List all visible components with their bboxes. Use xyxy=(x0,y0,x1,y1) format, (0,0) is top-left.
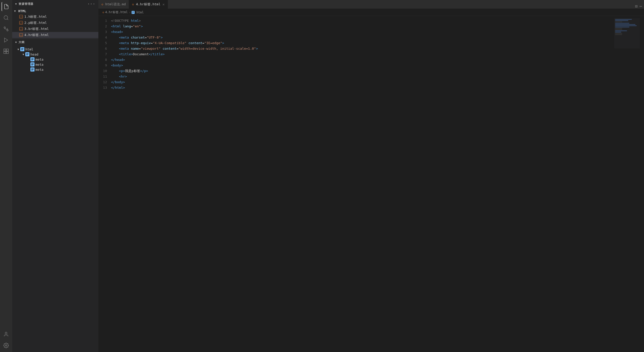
breadcrumb-symbol-icon xyxy=(132,11,135,14)
editor-scrollbar[interactable] xyxy=(641,16,644,352)
outline-item-meta1[interactable]: meta xyxy=(12,57,98,62)
more-actions-icon[interactable]: ⋯ xyxy=(639,4,642,9)
html-folder: ▼ HTML </> 1.h标签.html </> 2.p标签.html </>… xyxy=(12,8,98,39)
no-chevron xyxy=(26,67,30,72)
breadcrumb: ◇ 4.hr标签.html › html xyxy=(98,9,644,16)
svg-point-2 xyxy=(7,30,8,31)
explorer-title: 资源管理器 xyxy=(19,2,33,6)
chevron-down-icon: ▼ xyxy=(16,47,20,51)
line-content-12: </body> xyxy=(111,80,613,85)
code-line-4: 4 <meta charset="UTF-8"> xyxy=(98,35,613,40)
file-name-4: 4.hr标签.html xyxy=(24,33,49,37)
breadcrumb-symbol[interactable]: html xyxy=(132,11,144,14)
outline-node-icon-meta2 xyxy=(30,62,34,66)
breadcrumb-separator: › xyxy=(129,11,131,14)
file-item-4[interactable]: </> 4.hr标签.html xyxy=(12,32,98,38)
activity-bar xyxy=(0,0,12,352)
outline-item-meta2[interactable]: meta xyxy=(12,62,98,67)
html-folder-header[interactable]: ▼ HTML xyxy=(12,8,98,14)
code-line-7: 7 <title>Document</title> xyxy=(98,51,613,57)
breadcrumb-file[interactable]: ◇ 4.hr标签.html xyxy=(102,10,128,14)
line-number-5: 5 xyxy=(98,41,111,46)
tab-actions: ⊡ ⋯ xyxy=(635,4,644,9)
outline-node-icon-html xyxy=(20,47,24,51)
source-control-icon[interactable] xyxy=(2,24,11,33)
line-number-11: 11 xyxy=(98,74,111,79)
outline-label-meta3: meta xyxy=(35,68,43,72)
explorer-header: ▼ 资源管理器 ··· xyxy=(12,0,98,8)
svg-point-3 xyxy=(4,27,6,28)
tab-label-2: 4.hr标签.html xyxy=(136,2,160,7)
outline-label-meta2: meta xyxy=(35,63,43,66)
outline-node-icon-meta1 xyxy=(30,57,34,61)
line-content-11: <hr> xyxy=(111,74,613,79)
svg-rect-6 xyxy=(4,49,6,51)
files-icon[interactable] xyxy=(2,2,11,11)
code-line-5: 5 <meta http-equiv="X-UA-Compatible" con… xyxy=(98,40,613,46)
file-list: </> 1.h标签.html </> 2.p标签.html </> 3.br标签… xyxy=(12,14,98,38)
svg-point-0 xyxy=(4,16,8,20)
breadcrumb-file-icon: ◇ xyxy=(102,11,104,14)
minimap-content xyxy=(614,18,640,48)
line-number-8: 8 xyxy=(98,57,111,63)
file-name-3: 3.br标签.html xyxy=(24,27,49,31)
line-number-12: 12 xyxy=(98,80,111,85)
outline-header: ▼ 大纲 xyxy=(12,39,98,46)
line-content-6: <meta name="viewport" content="width=dev… xyxy=(111,46,613,51)
svg-rect-7 xyxy=(6,49,8,51)
file-item-1[interactable]: </> 1.h标签.html xyxy=(12,14,98,20)
outline-header-title: ▼ 大纲 xyxy=(15,40,25,44)
svg-rect-9 xyxy=(6,51,8,54)
line-content-7: <title>Document</title> xyxy=(111,52,613,57)
outline-item-head[interactable]: ▼ head xyxy=(12,52,98,57)
chevron-down-icon: ▼ xyxy=(21,52,25,56)
chevron-down-icon: ▼ xyxy=(15,3,17,5)
split-editor-icon[interactable]: ⊡ xyxy=(635,4,638,9)
minimap[interactable] xyxy=(613,16,641,352)
activity-bar-bottom xyxy=(2,330,11,352)
run-icon[interactable] xyxy=(2,36,11,45)
code-editor[interactable]: 1 <!DOCTYPE html> 2 <html lang="en"> 3 <… xyxy=(98,16,613,352)
outline-label-meta1: meta xyxy=(35,58,43,61)
line-content-8: </head> xyxy=(111,57,613,63)
line-content-5: <meta http-equiv="X-UA-Compatible" conte… xyxy=(111,41,613,46)
extensions-icon[interactable] xyxy=(2,47,11,56)
svg-point-11 xyxy=(5,345,7,346)
outline-item-html[interactable]: ▼ html xyxy=(12,47,98,52)
line-content-4: <meta charset="UTF-8"> xyxy=(111,35,613,40)
html-file-icon-3: </> xyxy=(19,27,23,31)
folder-label: HTML xyxy=(18,9,26,13)
html-file-icon-1: </> xyxy=(19,15,23,19)
code-line-10: 10 <p>我是p标签</p> xyxy=(98,68,613,74)
tabs-bar: ◇ html语法.md ◇ 4.hr标签.html ✕ ⊡ ⋯ xyxy=(98,0,644,9)
code-line-2: 2 <html lang="en"> xyxy=(98,24,613,29)
code-line-12: 12 </body> xyxy=(98,79,613,85)
file-item-2[interactable]: </> 2.p标签.html xyxy=(12,20,98,26)
svg-point-10 xyxy=(5,332,7,334)
code-line-6: 6 <meta name="viewport" content="width=d… xyxy=(98,46,613,51)
settings-icon[interactable] xyxy=(2,341,11,350)
line-content-1: <!DOCTYPE html> xyxy=(111,18,613,24)
code-line-8: 8 </head> xyxy=(98,57,613,63)
no-chevron xyxy=(26,62,30,66)
account-icon[interactable] xyxy=(2,330,11,339)
tab-close-button[interactable]: ✕ xyxy=(163,2,165,6)
line-number-9: 9 xyxy=(98,63,111,68)
breadcrumb-symbol-label: html xyxy=(136,11,144,14)
html-file-icon-2: </> xyxy=(19,21,23,25)
tab-hr[interactable]: ◇ 4.hr标签.html ✕ xyxy=(129,0,168,9)
file-item-3[interactable]: </> 3.br标签.html xyxy=(12,26,98,32)
explorer-more-button[interactable]: ··· xyxy=(87,2,95,6)
search-icon[interactable] xyxy=(2,13,11,22)
code-line-11: 11 <hr> xyxy=(98,74,613,79)
file-name-1: 1.h标签.html xyxy=(24,14,47,19)
outline-item-meta3[interactable]: meta xyxy=(12,67,98,72)
line-number-10: 10 xyxy=(98,68,111,74)
line-number-1: 1 xyxy=(98,18,111,24)
explorer-header-title: ▼ 资源管理器 xyxy=(15,2,33,6)
code-line-13: 13 </html> xyxy=(98,85,613,91)
line-number-13: 13 xyxy=(98,85,111,91)
tab-html-syntax[interactable]: ◇ html语法.md xyxy=(98,0,129,9)
svg-line-1 xyxy=(7,19,8,20)
tab-icon-2: ◇ xyxy=(132,3,134,6)
